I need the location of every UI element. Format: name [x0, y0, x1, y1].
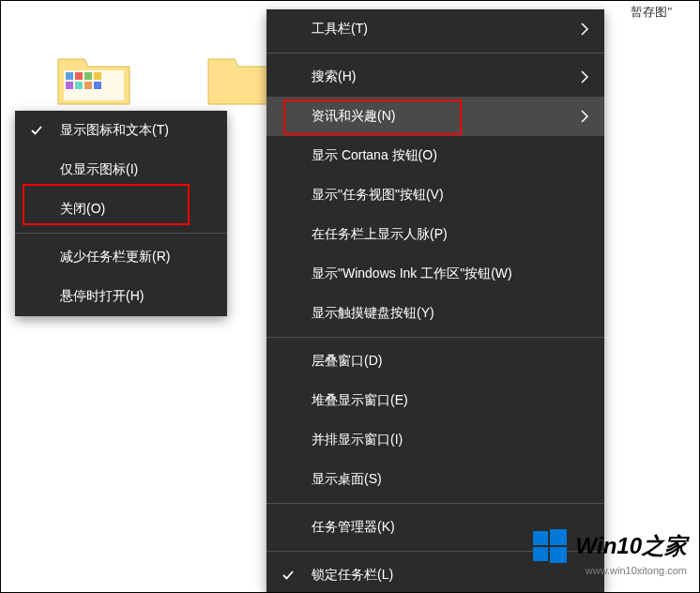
menu-item-label: 任务管理器(K) [312, 519, 395, 536]
svg-rect-1 [66, 72, 73, 80]
watermark-title: Win10之家 [576, 531, 687, 561]
svg-rect-12 [550, 547, 567, 563]
menu-item-taskview-button[interactable]: 显示"任务视图"按钮(V) [266, 175, 604, 215]
chevron-right-icon [580, 110, 589, 123]
svg-rect-5 [66, 82, 73, 89]
chevron-right-icon [580, 23, 589, 36]
svg-rect-7 [84, 82, 92, 89]
menu-item-label: 减少任务栏更新(R) [60, 249, 170, 266]
submenu-item-icon-only[interactable]: 仅显示图标(I) [15, 150, 227, 190]
menu-separator [266, 53, 604, 53]
menu-item-toolbars[interactable]: 工具栏(T) [266, 9, 604, 49]
svg-rect-11 [533, 547, 548, 561]
svg-rect-8 [94, 82, 101, 89]
menu-item-label: 搜索(H) [312, 68, 356, 85]
watermark-url: www.win10xitong.com [531, 565, 687, 576]
menu-item-label: 在任务栏上显示人脉(P) [312, 226, 448, 243]
menu-item-people-taskbar[interactable]: 在任务栏上显示人脉(P) [266, 215, 604, 254]
menu-item-label: 显示 Cortana 按钮(O) [312, 147, 437, 164]
menu-item-label: 显示"Windows Ink 工作区"按钮(W) [312, 266, 512, 282]
submenu-item-open-on-hover[interactable]: 悬停时打开(H) [15, 277, 227, 316]
submenu-item-reduce-updates[interactable]: 减少任务栏更新(R) [15, 237, 227, 277]
menu-item-label: 悬停时打开(H) [60, 288, 144, 305]
watermark: Win10之家 www.win10xitong.com [531, 527, 687, 576]
menu-separator [266, 503, 604, 504]
menu-item-label: 显示桌面(S) [312, 471, 382, 488]
menu-item-label: 锁定任务栏(L) [312, 567, 393, 584]
svg-rect-3 [84, 72, 92, 80]
chevron-right-icon [580, 70, 589, 84]
menu-item-side-by-side[interactable]: 并排显示窗口(I) [266, 420, 604, 460]
menu-item-news-interests[interactable]: 资讯和兴趣(N) [266, 97, 604, 136]
menu-separator [266, 337, 604, 338]
menu-item-touch-keyboard[interactable]: 显示触摸键盘按钮(Y) [266, 294, 604, 333]
check-icon [30, 124, 43, 137]
menu-item-label: 堆叠显示窗口(E) [312, 392, 408, 409]
menu-item-label: 显示"任务视图"按钮(V) [312, 187, 444, 204]
menu-item-cascade-windows[interactable]: 层叠窗口(D) [266, 342, 604, 381]
menu-separator [15, 233, 227, 234]
submenu-item-icon-and-text[interactable]: 显示图标和文本(T) [15, 111, 227, 150]
menu-item-label: 显示触摸键盘按钮(Y) [312, 305, 434, 322]
menu-item-label: 仅显示图标(I) [60, 161, 138, 178]
check-icon [282, 569, 295, 582]
windows-logo-icon [531, 527, 569, 565]
menu-item-show-desktop[interactable]: 显示桌面(S) [266, 460, 604, 499]
svg-rect-6 [75, 82, 83, 89]
svg-rect-10 [550, 529, 567, 545]
menu-item-label: 关闭(O) [60, 201, 105, 218]
menu-item-stack-windows[interactable]: 堆叠显示窗口(E) [266, 381, 604, 420]
svg-rect-9 [533, 531, 548, 545]
menu-item-label: 层叠窗口(D) [312, 353, 382, 370]
svg-rect-2 [75, 72, 83, 80]
folder-icon[interactable] [56, 52, 131, 117]
menu-item-windows-ink[interactable]: 显示"Windows Ink 工作区"按钮(W) [266, 254, 604, 294]
menu-item-cortana-button[interactable]: 显示 Cortana 按钮(O) [266, 136, 604, 175]
svg-rect-4 [94, 72, 101, 80]
menu-item-label: 资讯和兴趣(N) [312, 108, 395, 125]
desktop-folders [56, 52, 282, 117]
submenu-item-turn-off[interactable]: 关闭(O) [15, 190, 227, 229]
menu-item-label: 显示图标和文本(T) [60, 122, 169, 139]
news-interests-submenu: 显示图标和文本(T) 仅显示图标(I) 关闭(O) 减少任务栏更新(R) 悬停时… [15, 111, 227, 316]
top-hint-text: 暂存图" [631, 4, 672, 21]
menu-item-search[interactable]: 搜索(H) [266, 57, 604, 97]
menu-item-label: 并排显示窗口(I) [312, 432, 403, 449]
menu-item-label: 工具栏(T) [312, 21, 368, 38]
taskbar-context-menu: 工具栏(T) 搜索(H) 资讯和兴趣(N) 显示 Cortana 按钮(O) 显… [266, 9, 604, 593]
